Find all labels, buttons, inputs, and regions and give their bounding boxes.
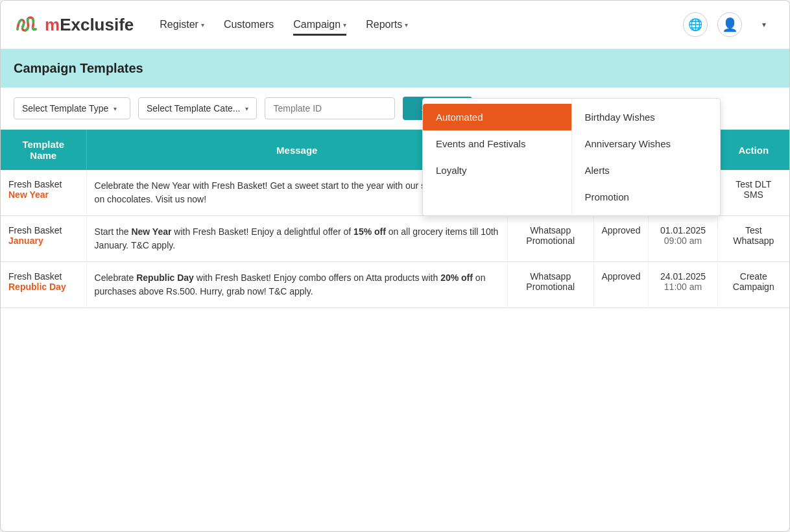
- status-cell: Approved: [593, 216, 649, 262]
- expand-icon[interactable]: ▾: [752, 12, 776, 37]
- dropdown-promotion[interactable]: Promotion: [572, 184, 721, 210]
- header-icons: 🌐 👤 ▾: [683, 12, 776, 37]
- status-cell: Approved: [593, 262, 649, 308]
- logo-text: mExclusife: [45, 15, 134, 35]
- action-button[interactable]: Test DLT SMS: [736, 179, 771, 200]
- template-type-select[interactable]: Select Template Type ▾: [14, 97, 130, 119]
- col-template-name: Template Name: [1, 130, 86, 170]
- user-icon[interactable]: 👤: [717, 12, 742, 37]
- category-cell: Whatsapp Promotional: [507, 262, 593, 308]
- nav-register[interactable]: Register ▾: [160, 14, 204, 36]
- template-name-cell: Fresh BasketNew Year: [1, 170, 86, 216]
- dropdown-alerts[interactable]: Alerts: [572, 157, 721, 184]
- action-button[interactable]: Test Whatsapp: [733, 225, 774, 246]
- action-button[interactable]: Create Campaign: [733, 271, 774, 292]
- message-cell: Celebrate Republic Day with Fresh Basket…: [86, 262, 507, 308]
- dropdown-events[interactable]: Events and Festivals: [423, 130, 571, 157]
- page-header: Campaign Templates: [1, 49, 789, 88]
- nav-campaign[interactable]: Campaign ▾: [293, 14, 346, 36]
- template-name-cell: Fresh BasketJanuary: [1, 216, 86, 262]
- campaign-dropdown: Automated Events and Festivals Loyalty B…: [422, 98, 721, 216]
- template-category-chevron-icon: ▾: [245, 105, 248, 112]
- main-nav: Register ▾ Customers Campaign ▾ Reports …: [160, 14, 683, 36]
- globe-icon[interactable]: 🌐: [683, 12, 708, 37]
- nav-reports[interactable]: Reports ▾: [366, 14, 408, 36]
- dropdown-automated[interactable]: Automated: [423, 104, 571, 130]
- action-cell[interactable]: Test Whatsapp: [717, 216, 789, 262]
- table-row: Fresh BasketJanuaryStart the New Year wi…: [1, 216, 789, 262]
- message-cell: Start the New Year with Fresh Basket! En…: [86, 216, 507, 262]
- category-cell: Whatsapp Promotional: [507, 216, 593, 262]
- action-cell[interactable]: Test DLT SMS: [717, 170, 789, 216]
- nav-customers[interactable]: Customers: [224, 14, 274, 36]
- logo[interactable]: mExclusife: [14, 11, 134, 38]
- col-action: Action: [717, 130, 789, 170]
- template-id-input[interactable]: [265, 97, 395, 119]
- table-row: Fresh BasketRepublic DayCelebrate Republ…: [1, 262, 789, 308]
- header: mExclusife Register ▾ Customers Campaign…: [1, 1, 789, 49]
- dropdown-col-2: Birthday Wishes Anniversary Wishes Alert…: [572, 99, 721, 215]
- dropdown-anniversary[interactable]: Anniversary Wishes: [572, 130, 721, 157]
- date-cell: 24.01.202511:00 am: [649, 262, 717, 308]
- template-name-cell: Fresh BasketRepublic Day: [1, 262, 86, 308]
- template-category-select[interactable]: Select Template Cate... ▾: [138, 97, 257, 119]
- action-cell[interactable]: Create Campaign: [717, 262, 789, 308]
- template-type-chevron-icon: ▾: [114, 105, 117, 112]
- page-title: Campaign Templates: [14, 61, 776, 76]
- dropdown-col-1: Automated Events and Festivals Loyalty: [423, 99, 572, 215]
- reports-chevron-icon: ▾: [405, 21, 408, 29]
- dropdown-birthday[interactable]: Birthday Wishes: [572, 104, 721, 130]
- register-chevron-icon: ▾: [201, 21, 204, 29]
- dropdown-loyalty[interactable]: Loyalty: [423, 157, 571, 184]
- date-cell: 01.01.202509:00 am: [649, 216, 717, 262]
- campaign-chevron-icon: ▾: [343, 21, 346, 29]
